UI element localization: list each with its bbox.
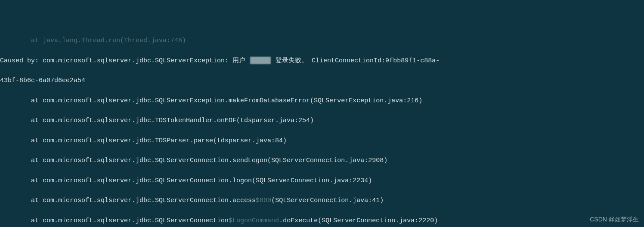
stack-frame-post: (SQLServerConnection.java:41) [271, 197, 384, 204]
stack-frame-post: .doExecute(SQLServerConnection.java:2220… [279, 217, 438, 224]
stack-frame-dim: $000 [256, 197, 271, 204]
caused-by-line: Caused by: com.microsoft.sqlserver.jdbc.… [0, 56, 644, 66]
caused-by-prefix: Caused by: com.microsoft.sqlserver.jdbc.… [0, 57, 249, 64]
stack-truncated-top: at java.lang.Thread.run(Thread.java:748) [0, 36, 644, 46]
stack-frame: at com.microsoft.sqlserver.jdbc.TDSToken… [0, 116, 644, 126]
stack-frame: at com.microsoft.sqlserver.jdbc.SQLServe… [0, 216, 644, 226]
stack-frame-pre: at com.microsoft.sqlserver.jdbc.SQLServe… [0, 197, 256, 204]
caused-by-suffix: 登录失败。 ClientConnectionId:9fbb89f1-c88a- [272, 57, 440, 64]
stack-frame: at com.microsoft.sqlserver.jdbc.SQLServe… [0, 176, 644, 186]
redacted-username [250, 57, 271, 64]
stack-frame: at com.microsoft.sqlserver.jdbc.TDSParse… [0, 136, 644, 146]
stack-frame: at com.microsoft.sqlserver.jdbc.SQLServe… [0, 96, 644, 106]
stack-frame-dim: $LogonCommand [229, 217, 279, 224]
watermark: CSDN @如梦浮生 [590, 215, 639, 224]
stack-frame: at com.microsoft.sqlserver.jdbc.SQLServe… [0, 156, 644, 166]
stack-frame: at com.microsoft.sqlserver.jdbc.SQLServe… [0, 196, 644, 206]
caused-by-line-2: 43bf-8b6c-6a07d6ee2a54 [0, 76, 644, 86]
stack-frame-pre: at com.microsoft.sqlserver.jdbc.SQLServe… [0, 217, 229, 224]
